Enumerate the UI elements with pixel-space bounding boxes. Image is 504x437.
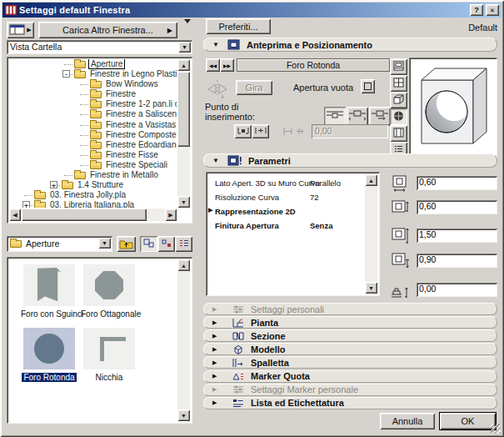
chevron-down-icon[interactable]: ▼ xyxy=(178,42,191,53)
collapse-panel-button[interactable] xyxy=(184,23,191,33)
parameter-row-rappresentazione-2d[interactable]: ▶Rappresentazione 2D xyxy=(208,204,364,218)
panel-spalletta[interactable]: ▶Spalletta xyxy=(203,356,497,369)
panel-sezione[interactable]: ▶Sezione xyxy=(203,329,497,342)
tree-expander-plus-icon[interactable]: + xyxy=(50,181,57,188)
tree-item-finestre-speciali[interactable]: Finestre Speciali xyxy=(9,160,177,170)
scroll-right-icon[interactable]: ▶ xyxy=(165,208,177,221)
preview-mode-button-4[interactable] xyxy=(390,125,407,142)
view-mode-button-1[interactable] xyxy=(157,236,175,252)
chevron-down-icon[interactable]: ▼ xyxy=(98,238,111,249)
panel-settaggi-personali[interactable]: ▶Settaggi personali xyxy=(203,303,497,315)
scroll-up-icon[interactable]: ▲ xyxy=(365,174,377,186)
tree-item-1-4-strutture[interactable]: +1.4 Strutture xyxy=(9,180,177,190)
view-mode-button-0[interactable] xyxy=(140,236,157,252)
anchor-button-1[interactable] xyxy=(347,107,368,126)
panel-marker-quota[interactable]: ▶Marker Quota xyxy=(203,370,497,383)
scroll-up-icon[interactable]: ▲ xyxy=(177,259,190,271)
apertura-vuota-button[interactable] xyxy=(361,79,375,93)
geometry-sill-height-icon[interactable] xyxy=(390,251,412,270)
folder-view-select[interactable]: Vista Cartella ▼ xyxy=(7,40,192,54)
expand-arrow-icon[interactable]: ▶ xyxy=(208,207,212,213)
scroll-left-icon[interactable]: ◀ xyxy=(9,208,21,221)
insertion-offset-field[interactable]: 0,00 xyxy=(312,124,388,138)
geometry-value-input-3[interactable] xyxy=(417,254,497,265)
parameter-row-lato-apert-3d-su-muro-curvo[interactable]: Lato Apert. 3D su Muro CurvoParallelo xyxy=(208,176,364,190)
panel-modello[interactable]: ▶Modello xyxy=(203,343,497,355)
thumbnail-nicchia[interactable]: Nicchia xyxy=(79,328,139,382)
tree-item-03-finestra-jolly-pla[interactable]: 03. Finestra Jolly.pla xyxy=(9,190,177,200)
folder-up-button[interactable] xyxy=(117,236,136,252)
tree-item-finestre-a-saliscendi[interactable]: Finestre a Saliscendi xyxy=(9,109,177,119)
insertion-point-button-0[interactable] xyxy=(234,124,252,138)
scroll-up-icon[interactable]: ▲ xyxy=(177,59,190,71)
panel-settaggi-marker-personale[interactable]: ▶Settaggi Marker personale xyxy=(203,384,497,396)
cancel-button[interactable]: Annulla xyxy=(380,413,435,429)
panel-pianta[interactable]: ▶Pianta xyxy=(203,316,497,329)
scroll-down-icon[interactable]: ▼ xyxy=(177,409,190,421)
thumbnail-foro-rotonda[interactable]: Foro Rotonda xyxy=(19,328,79,382)
tree-item-finestre-1-2-pan-li-oriz[interactable]: Finestre 1-2 pan.li oriz. xyxy=(9,99,177,109)
thumbs-vscrollbar[interactable]: ▲ ▼ xyxy=(177,259,190,421)
close-button[interactable]: ✕ xyxy=(486,4,499,16)
load-other-window-button[interactable]: Carica Altro Finestra... ▶ xyxy=(38,22,177,38)
tree-item-03-libreria-italiana-pla[interactable]: +03. Libreria Italiana.pla xyxy=(9,200,177,208)
tree-vscroll-thumb[interactable] xyxy=(177,72,190,147)
insertion-point-button-1[interactable] xyxy=(252,124,269,138)
thumbnail-foro-con-sguinci[interactable]: Foro con Sguinci xyxy=(19,264,79,319)
tree-item-finestre-in-legno-plastica[interactable]: -Finestre in Legno Plastica xyxy=(9,69,177,79)
tree-item-finestre-in-metallo[interactable]: Finestre in Metallo xyxy=(9,170,177,180)
geometry-value-input-0[interactable] xyxy=(417,176,497,188)
tree-item-finestre-composte[interactable]: Finestre Composte xyxy=(9,130,177,140)
app-icon xyxy=(5,5,17,15)
geometry-width-icon[interactable] xyxy=(390,173,412,193)
tree-item-aperture[interactable]: Aperture xyxy=(9,59,177,69)
geometry-field-4 xyxy=(417,283,497,297)
ok-button[interactable]: OK xyxy=(440,413,496,429)
gira-button[interactable]: Gira xyxy=(236,80,272,95)
tree-item-finestre-a-vasistas[interactable]: Finestre a Vasistas xyxy=(9,120,177,130)
tree-expander-plus-icon[interactable]: + xyxy=(22,201,30,208)
next-object-button[interactable]: ▶▶ xyxy=(220,58,234,72)
parameter-row-risoluzione-curva[interactable]: Risoluzione Curva72 xyxy=(208,190,364,204)
resize-grip[interactable] xyxy=(491,424,501,434)
tree-item-bow-windows[interactable]: Bow Windows xyxy=(9,79,177,89)
help-button[interactable]: ? xyxy=(470,4,483,16)
geometry-header-height-icon[interactable] xyxy=(390,226,412,245)
geometry-value-input-1[interactable] xyxy=(417,200,497,212)
section-parametri[interactable]: ▼ Parametri xyxy=(203,153,497,168)
tree-hscrollbar[interactable]: ◀ ▶ xyxy=(9,208,177,221)
geometry-value-input-4[interactable] xyxy=(417,283,497,294)
tree-item-finestre-fisse[interactable]: Finestre Fisse xyxy=(9,150,177,160)
panel-label: Settaggi Marker personale xyxy=(251,384,358,394)
favorites-button[interactable]: Preferiti... xyxy=(206,18,271,34)
anchor-button-0[interactable] xyxy=(324,107,346,126)
tree-item-finestre-edoardiane[interactable]: Finestre Edoardiane xyxy=(9,140,177,150)
preview-mode-button-3[interactable] xyxy=(390,108,407,125)
panel-lista-ed-etichettatura[interactable]: ▶Lista ed Etichettatura xyxy=(203,397,497,409)
preview-mode-button-2[interactable] xyxy=(390,92,407,108)
thumbnail-foro-ottagonale[interactable]: Foro Ottagonale xyxy=(79,264,139,319)
section-anteprima-posizionamento[interactable]: ▼ Anteprima e Posizionamento xyxy=(203,38,497,52)
current-folder-select[interactable]: Aperture ▼ xyxy=(7,236,112,252)
geometry-value-input-2[interactable] xyxy=(417,229,497,240)
tree-item-label: Bow Windows xyxy=(104,79,160,88)
preview-mode-button-1[interactable] xyxy=(390,75,407,92)
scroll-down-icon[interactable]: ▼ xyxy=(177,196,190,208)
geometry-height-icon[interactable] xyxy=(390,198,412,217)
preview-mode-button-0[interactable] xyxy=(390,58,407,75)
folder-icon xyxy=(90,111,102,118)
scroll-down-icon[interactable]: ▼ xyxy=(365,282,377,294)
view-mode-button-2[interactable] xyxy=(175,236,192,252)
tree-item-finestre[interactable]: Finestre xyxy=(9,89,177,99)
tree-vscrollbar[interactable]: ▲ ▼ xyxy=(177,59,190,208)
parameter-row-finitura-apertura[interactable]: Finitura AperturaSenza xyxy=(208,218,364,233)
title-bar[interactable]: Settaggi default Finestra ? ✕ xyxy=(2,3,502,18)
anchor-button-2[interactable] xyxy=(369,107,391,126)
tree-hscroll-thumb[interactable] xyxy=(22,208,147,221)
previous-object-button[interactable]: ◀◀ xyxy=(206,58,220,72)
tree-expander-minus-icon[interactable]: - xyxy=(62,70,70,78)
params-vscrollbar[interactable]: ▲ ▼ xyxy=(365,174,377,294)
geometry-level-offset-icon[interactable] xyxy=(390,280,412,299)
folder-icon xyxy=(10,240,22,248)
dialog-layout-button[interactable]: ▶ xyxy=(7,22,34,38)
